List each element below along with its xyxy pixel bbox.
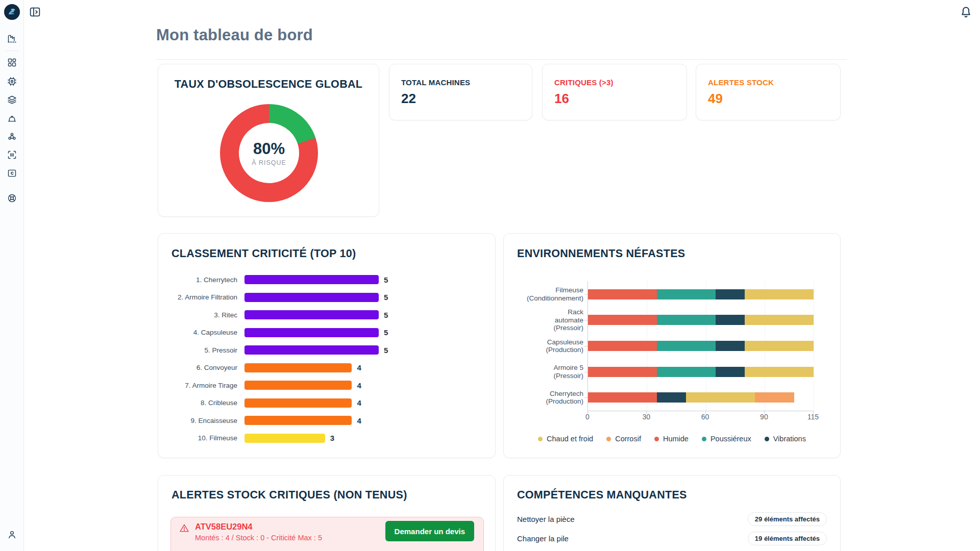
sidebar-item-layers-icon[interactable] — [7, 94, 17, 105]
y-axis-label: Armoire 5 (Pressoir) — [507, 364, 583, 380]
criticality-bar — [244, 381, 352, 390]
legend-label: Humide — [663, 435, 689, 443]
legend-label: Corrosif — [615, 435, 641, 443]
legend-item: Vibrations — [765, 435, 806, 443]
segment-humide — [588, 289, 657, 299]
bar-value: 4 — [357, 416, 361, 425]
bar-value: 5 — [384, 346, 388, 355]
segment-chaud-et-froid — [745, 367, 814, 377]
legend-label: Chaud et froid — [547, 435, 593, 443]
donut-value: 80% — [253, 140, 285, 158]
segment-humide — [588, 392, 657, 403]
critical-machines-card: CRITIQUES (>3) 16 — [542, 64, 687, 120]
sidebar-item-scan-icon[interactable] — [7, 149, 17, 160]
segment-vibrations — [657, 392, 687, 403]
criticality-bar — [244, 275, 379, 284]
legend-item: Poussiéreux — [702, 435, 751, 443]
obsolescence-card: TAUX D'OBSOLESCENCE GLOBAL 80% À RISQUE — [158, 64, 379, 217]
total-machines-card: TOTAL MACHINES 22 — [389, 64, 532, 120]
criticality-bar — [244, 363, 352, 372]
dashboard-page: Mon tableau de bord TAUX D'OBSOLESCENCE … — [0, 0, 980, 551]
request-quote-button[interactable]: Demander un devis — [385, 521, 474, 541]
segment-vibrations — [716, 367, 745, 377]
criticality-row: 6. Convoyeur4 — [158, 359, 495, 377]
donut-caption: À RISQUE — [252, 159, 286, 166]
environment-bar — [588, 392, 794, 403]
legend-dot-icon — [702, 437, 706, 441]
legend-dot-icon — [606, 437, 611, 441]
segment-chaud-et-froid — [745, 341, 814, 351]
segment-poussiéreux — [657, 315, 716, 325]
sidebar-item-molecules-icon[interactable] — [7, 131, 17, 142]
sidebar-item-press-machine-icon[interactable] — [7, 113, 17, 123]
sidebar-item-machine-cpu-icon[interactable] — [7, 76, 17, 87]
obsolescence-title: TAUX D'OBSOLESCENCE GLOBAL — [158, 78, 379, 91]
bar-label: 10. Filmeuse — [158, 434, 244, 442]
obsolescence-donut-chart: 80% À RISQUE — [220, 104, 318, 202]
missing-skills-title: COMPÉTENCES MANQUANTES — [517, 489, 687, 502]
criticality-row: 7. Armoire Tirage4 — [158, 377, 495, 394]
sidebar-item-help-lifebuoy-icon[interactable] — [7, 193, 17, 204]
segment-humide — [588, 341, 657, 351]
stat-value: 16 — [554, 91, 569, 107]
environments-legend: Chaud et froidCorrosifHumidePoussiéreuxV… — [504, 435, 840, 443]
stock-alerts-count-card: ALERTES STOCK 49 — [696, 64, 841, 120]
criticality-bar — [244, 310, 379, 319]
x-axis-label: 115 — [807, 413, 819, 421]
app-logo[interactable] — [4, 4, 20, 20]
legend-item: Corrosif — [606, 435, 641, 443]
criticality-bar — [244, 345, 379, 355]
criticality-row: 8. Cribleuse4 — [158, 394, 495, 412]
skill-row: Changer la pile19 éléments affectés — [517, 530, 827, 547]
y-axis-tick — [584, 294, 587, 295]
y-axis-label: Rack automate (Pressoir) — [507, 308, 583, 332]
legend-dot-icon — [538, 437, 543, 441]
segment-poussiéreux — [657, 367, 716, 377]
bar-label: 8. Cribleuse — [158, 399, 244, 407]
environments-card: ENVIRONNEMENTS NÉFASTES Chaud et froidCo… — [503, 233, 841, 458]
bar-value: 5 — [384, 311, 388, 319]
bar-label: 7. Armoire Tirage — [158, 382, 244, 389]
legend-item: Humide — [654, 435, 689, 443]
bar-value: 3 — [330, 434, 334, 442]
environment-bar — [588, 341, 814, 351]
criticality-title: CLASSEMENT CRITICITÉ (TOP 10) — [172, 247, 356, 260]
segment-vibrations — [716, 315, 745, 325]
header-divider — [156, 59, 847, 60]
sidebar-item-user-icon[interactable] — [7, 529, 17, 540]
stock-alerts-card: ALERTES STOCK CRITIQUES (NON TENUS) ATV5… — [158, 475, 496, 551]
phoenix-logo-icon — [4, 4, 20, 20]
alert-details: Montés : 4 / Stock : 0 - Criticité Max :… — [195, 534, 322, 542]
environment-bar — [588, 315, 814, 325]
alert-part-code: ATV58EU29N4 — [195, 522, 253, 532]
affected-count-badge: 29 éléments affectés — [748, 512, 827, 526]
sidebar-item-payment-card-icon[interactable] — [7, 168, 17, 179]
sidebar-item-production-chart-icon[interactable] — [7, 33, 17, 44]
y-axis-tick — [584, 320, 587, 320]
skill-label: Changer la pile — [517, 534, 569, 543]
bell-icon — [959, 5, 973, 19]
criticality-bar — [244, 434, 325, 443]
sidebar — [0, 0, 24, 551]
page-title: Mon tableau de bord — [156, 26, 313, 44]
criticality-ranking-card: CLASSEMENT CRITICITÉ (TOP 10) 1. Cherryt… — [158, 233, 496, 458]
bar-value: 5 — [384, 293, 388, 302]
affected-count-badge: 19 éléments affectés — [748, 532, 827, 545]
bar-label: 2. Armoire Filtration — [158, 293, 244, 301]
x-axis-label: 30 — [643, 413, 651, 421]
skill-row: Nettoyer la pièce29 éléments affectés — [517, 510, 827, 528]
segment-corrosif — [755, 392, 794, 403]
sidebar-item-dashboard-grid-icon[interactable] — [7, 57, 17, 68]
x-axis-label: 60 — [701, 413, 709, 421]
segment-vibrations — [716, 341, 745, 351]
x-axis-label: 0 — [585, 413, 590, 421]
segment-humide — [588, 315, 657, 325]
legend-dot-icon — [654, 437, 659, 441]
sidebar-expand-button[interactable] — [29, 6, 41, 18]
notifications-button[interactable] — [959, 5, 973, 19]
y-axis-tick — [584, 346, 587, 346]
bar-label: 6. Convoyeur — [158, 364, 244, 371]
stat-value: 22 — [401, 91, 416, 107]
segment-chaud-et-froid — [745, 315, 814, 325]
stat-label: CRITIQUES (>3) — [554, 78, 614, 87]
